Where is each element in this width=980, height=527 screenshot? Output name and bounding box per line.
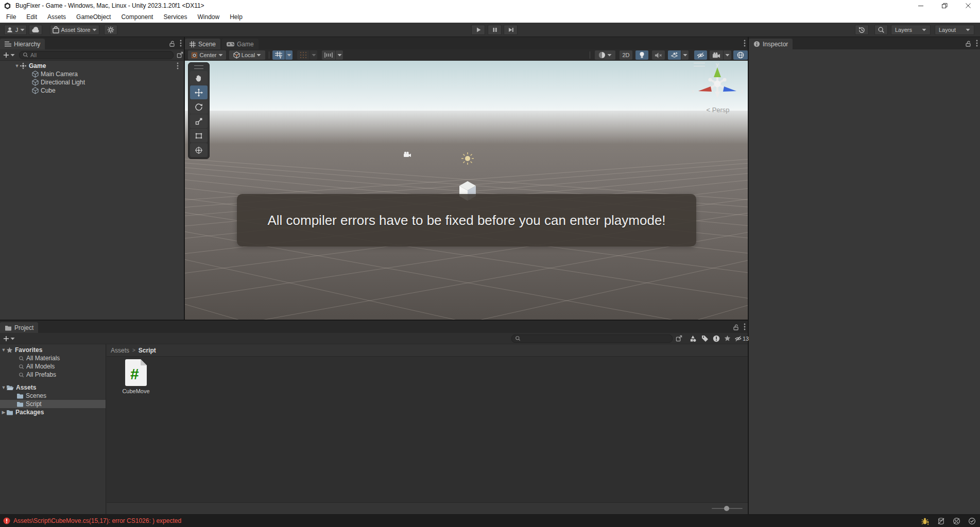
project-tree-all-materials[interactable]: All Materials bbox=[0, 354, 106, 362]
step-button[interactable] bbox=[504, 25, 518, 35]
favorites-star-icon[interactable] bbox=[724, 335, 731, 342]
project-tree-all-prefabs[interactable]: All Prefabs bbox=[0, 371, 106, 379]
kebab-menu-icon[interactable] bbox=[976, 40, 978, 47]
create-button[interactable] bbox=[3, 336, 9, 342]
lock-icon[interactable] bbox=[966, 40, 972, 47]
asset-cubemove[interactable]: # CubeMove bbox=[118, 359, 154, 394]
minimize-button[interactable] bbox=[909, 0, 933, 11]
gizmos-toggle[interactable] bbox=[733, 50, 748, 60]
lock-icon[interactable] bbox=[733, 324, 740, 330]
camera-gizmo[interactable] bbox=[403, 151, 411, 157]
hierarchy-tab[interactable]: Hierarchy bbox=[0, 39, 45, 49]
project-search-input[interactable] bbox=[511, 335, 673, 343]
grid-visibility-dropdown[interactable] bbox=[310, 50, 317, 60]
expander-arrow[interactable]: ▶ bbox=[1, 410, 6, 415]
project-tree-all-models[interactable]: All Models bbox=[0, 362, 106, 371]
draw-mode-dropdown[interactable] bbox=[595, 50, 615, 60]
thumbnail-zoom-slider[interactable] bbox=[712, 508, 743, 509]
menu-item-assets[interactable]: Assets bbox=[42, 11, 71, 23]
hidden-objects-toggle[interactable] bbox=[694, 50, 707, 60]
hierarchy-item-game-scene[interactable]: ▼Game bbox=[0, 62, 184, 70]
snap-increment-button[interactable] bbox=[322, 50, 335, 60]
kebab-menu-icon[interactable] bbox=[744, 323, 746, 330]
project-tree-scenes[interactable]: Scenes bbox=[0, 392, 106, 400]
hierarchy-search-input[interactable]: All bbox=[19, 51, 174, 59]
pause-button[interactable] bbox=[488, 25, 502, 35]
menu-item-window[interactable]: Window bbox=[192, 11, 225, 23]
lighting-toggle[interactable] bbox=[635, 50, 648, 60]
move-tool-button[interactable] bbox=[190, 85, 208, 99]
menu-item-services[interactable]: Services bbox=[158, 11, 192, 23]
create-button[interactable] bbox=[3, 52, 9, 58]
overlay-drag-handle[interactable] bbox=[194, 65, 203, 69]
layers-dropdown[interactable]: Layers bbox=[891, 25, 931, 35]
kebab-menu-icon[interactable] bbox=[177, 62, 179, 69]
services-button[interactable] bbox=[104, 25, 117, 35]
snap-increment-dropdown[interactable] bbox=[336, 50, 343, 60]
console-error-message[interactable]: Assets\Script\CubeMove.cs(15,17): error … bbox=[3, 517, 181, 524]
grid-visibility-toggle[interactable] bbox=[297, 50, 310, 60]
hidden-count-icon[interactable] bbox=[734, 336, 742, 342]
restore-button[interactable] bbox=[933, 0, 956, 11]
lock-icon[interactable] bbox=[169, 40, 176, 47]
layout-dropdown[interactable]: Layout bbox=[935, 25, 974, 35]
code-coverage-icon[interactable] bbox=[968, 517, 976, 525]
close-button[interactable] bbox=[956, 0, 980, 11]
cloud-button[interactable] bbox=[29, 25, 42, 35]
project-tree-script[interactable]: Script bbox=[0, 400, 106, 408]
camera-settings-dropdown[interactable] bbox=[724, 50, 731, 60]
effects-toggle[interactable] bbox=[668, 50, 681, 60]
inspector-tab[interactable]: Inspector bbox=[749, 39, 793, 49]
directional-light-gizmo[interactable] bbox=[461, 152, 474, 165]
open-new-window-icon[interactable] bbox=[177, 51, 183, 58]
menu-item-file[interactable]: File bbox=[1, 11, 21, 23]
play-button[interactable] bbox=[471, 25, 485, 35]
asset-store-button[interactable]: Asset Store bbox=[50, 25, 99, 35]
orientation-dropdown[interactable]: Local bbox=[229, 50, 265, 60]
scene-viewport[interactable]: All compiler errors have to be fixed bef… bbox=[185, 61, 748, 320]
project-tree-favorites[interactable]: ▼Favorites bbox=[0, 346, 106, 354]
rect-tool-button[interactable] bbox=[190, 129, 208, 143]
hand-tool-button[interactable] bbox=[190, 71, 208, 85]
cache-server-icon[interactable] bbox=[937, 517, 945, 525]
breadcrumb-root[interactable]: Assets bbox=[111, 347, 129, 354]
undo-history-button[interactable] bbox=[855, 25, 869, 35]
hierarchy-item-cube[interactable]: Cube bbox=[0, 86, 184, 95]
rotate-tool-button[interactable] bbox=[190, 100, 208, 114]
menu-item-help[interactable]: Help bbox=[225, 11, 248, 23]
grid-snap-toggle[interactable]: Y bbox=[272, 50, 285, 60]
tab-game[interactable]: Game bbox=[222, 39, 259, 49]
hierarchy-item-main-camera[interactable]: Main Camera bbox=[0, 70, 184, 78]
kebab-menu-icon[interactable] bbox=[180, 40, 182, 47]
open-new-window-icon[interactable] bbox=[676, 335, 682, 342]
menu-item-edit[interactable]: Edit bbox=[21, 11, 42, 23]
camera-settings-button[interactable] bbox=[710, 50, 723, 60]
search-button[interactable] bbox=[874, 25, 888, 35]
expander-arrow[interactable]: ▼ bbox=[1, 385, 6, 390]
project-tab[interactable]: Project bbox=[0, 322, 38, 333]
tab-scene[interactable]: Scene bbox=[185, 39, 220, 49]
menu-item-gameobject[interactable]: GameObject bbox=[71, 11, 116, 23]
audio-toggle[interactable] bbox=[652, 50, 665, 60]
expander-arrow[interactable]: ▼ bbox=[14, 63, 20, 68]
hierarchy-item-directional-light[interactable]: Directional Light bbox=[0, 78, 184, 86]
account-button[interactable]: J bbox=[4, 25, 27, 35]
2d-toggle[interactable]: 2D bbox=[620, 50, 632, 60]
effects-dropdown[interactable] bbox=[681, 50, 689, 60]
expander-arrow[interactable]: ▼ bbox=[1, 347, 6, 353]
project-tree-packages[interactable]: ▶Packages bbox=[0, 408, 106, 416]
pivot-mode-dropdown[interactable]: Center bbox=[188, 50, 226, 60]
collab-offline-icon[interactable] bbox=[953, 517, 960, 525]
create-dropdown-icon[interactable] bbox=[10, 337, 15, 340]
create-dropdown-icon[interactable] bbox=[10, 54, 15, 57]
grid-snap-dropdown[interactable] bbox=[285, 50, 293, 60]
search-by-type-icon[interactable] bbox=[689, 335, 697, 342]
transform-tool-button[interactable] bbox=[190, 143, 208, 157]
alert-icon[interactable] bbox=[713, 335, 720, 342]
menu-item-component[interactable]: Component bbox=[116, 11, 158, 23]
breadcrumb-current[interactable]: Script bbox=[139, 347, 156, 354]
project-tree-assets[interactable]: ▼Assets bbox=[0, 383, 106, 392]
kebab-menu-icon[interactable] bbox=[744, 40, 746, 47]
debugger-bug-icon[interactable] bbox=[921, 517, 930, 525]
search-by-label-icon[interactable] bbox=[701, 335, 709, 342]
